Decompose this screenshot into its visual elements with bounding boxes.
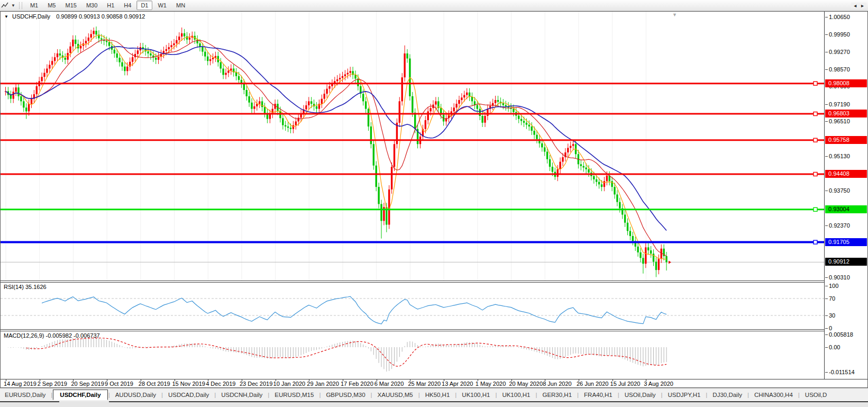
tab-usoil-d[interactable]: USOil,D [800,390,832,400]
tab-eurusd-daily[interactable]: EURUSD,Daily [0,390,50,400]
date-tick-label: 29 Jan 2020 [307,381,339,387]
chart-tabs: EURUSD,Daily|USDCHF,Daily|AUDUSD,Daily|U… [0,388,868,401]
price-tick-label: 0.96510 [829,117,850,125]
date-axis: 14 Aug 20192 Sep 201920 Sep 20199 Oct 20… [1,379,867,387]
price-axis: 1.006500.999500.992700.985700.978900.971… [824,12,867,379]
tab-usdjpy-h1[interactable]: USDJPY,H1 [663,390,706,400]
chart-window: ▼ USDCHF,Daily 0.90899 0.90913 0.90858 0… [0,11,868,388]
price-tick-mark [825,69,828,70]
price-tick-label: 0.93750 [829,187,850,194]
tab-divider: | [418,392,420,398]
tab-divider: | [214,392,216,398]
date-tick-label: 15 Nov 2019 [172,381,205,387]
symbol-menu-icon[interactable]: ▼ [4,14,8,19]
horizontal-level-0.95758[interactable] [1,138,824,142]
horizontal-level-0.94408[interactable] [1,172,824,176]
date-tick-label: 2 Sep 2019 [38,381,67,387]
tab-uk100-h1[interactable]: UK100,H1 [457,390,495,400]
last-price-marker [669,260,671,264]
main-chart-pane[interactable] [1,12,824,281]
tab-usdcad-daily[interactable]: USDCAD,Daily [163,390,214,400]
tab-ger30-h1[interactable]: GER30,H1 [537,390,577,400]
timeframe-mn[interactable]: MN [172,1,189,10]
horizontal-level-0.98008[interactable] [1,82,824,85]
macd-axis-label: -0.011514 [829,368,855,376]
tab-divider: | [577,392,579,398]
price-tick-mark [825,17,828,17]
rsi-pane[interactable] [1,283,824,329]
date-tick-label: 28 Oct 2019 [139,381,170,387]
tab-divider: | [798,392,800,398]
rsi-line [42,296,666,324]
rsi-tick-mark [825,328,828,329]
tab-dj30-daily[interactable]: DJ30,Daily [708,390,747,400]
tab-divider: | [455,392,456,398]
bottom-scrollbar[interactable] [0,401,868,407]
level-price-badge: 0.91705 [825,238,867,246]
tab-usdchf-daily[interactable]: USDCHF,Daily [53,390,107,400]
line-studies-icon[interactable] [0,1,10,10]
date-tick-label: 3 Aug 2020 [644,381,673,387]
tab-divider: | [319,392,321,398]
timeframe-toolbar: ▼ M1M5M15M30H1H4D1W1MN [0,0,868,11]
rsi-axis-label: 30 [829,312,835,319]
date-tick-label: 20 Sep 2019 [71,381,104,387]
tab-eurusd-m15[interactable]: EURUSD,M15 [270,390,318,400]
tab-divider: | [371,392,372,398]
macd-axis-label: 0.005818 [829,331,853,338]
timeframe-w1[interactable]: W1 [153,1,171,10]
tab-audusd-daily[interactable]: AUDUSD,Daily [111,390,161,400]
macd-indicator-label: MACD(12,26,9) -0.005982 -0.006737 [4,332,100,339]
rsi-axis-label: 70 [829,295,835,302]
horizontal-level-0.91705[interactable] [1,240,824,244]
timeframe-m5[interactable]: M5 [43,1,60,10]
tab-usoil-daily[interactable]: USOil,Daily [620,390,661,400]
price-tick-label: 0.90310 [829,274,850,281]
toolbar-grip[interactable] [19,2,22,9]
symbol-timeframe-label: USDCHF,Daily [12,13,50,20]
date-tick-label: 8 Jun 2020 [543,381,571,387]
date-tick-label: 9 Oct 2019 [105,381,133,387]
timeframe-h4[interactable]: H4 [120,1,135,10]
timeframe-m30[interactable]: M30 [82,1,102,10]
date-tick-label: 15 Jul 2020 [610,381,641,387]
price-tick-label: 0.98570 [829,66,850,73]
timeframe-m15[interactable]: M15 [61,1,80,10]
price-tick-label: 0.92370 [829,222,850,229]
price-tick-mark [825,156,828,157]
tab-china300-h4[interactable]: CHINA300,H4 [750,390,798,400]
horizontal-level-0.93004[interactable] [1,207,824,211]
moving-average-26 [6,47,667,230]
tab-divider: | [268,392,269,398]
timeframe-m1[interactable]: M1 [26,1,42,10]
dropdown-caret-icon[interactable]: ▼ [10,3,17,8]
date-tick-label: 23 Dec 2019 [240,381,272,387]
tab-scroll-left-icon[interactable]: ◂ [854,3,856,8]
tab-gbpusd-m30[interactable]: GBPUSD,M30 [321,390,370,400]
price-tick-label: 0.99270 [829,48,850,56]
timeframe-d1[interactable]: D1 [136,1,152,10]
chart-shift-marker[interactable]: ▼ [672,12,677,17]
price-tick-mark [825,121,828,122]
price-tick-mark [825,225,828,226]
tab-hk50-h1[interactable]: HK50,H1 [421,390,455,400]
tab-uk100-h1[interactable]: UK100,H1 [497,390,535,400]
date-tick-label: 1 May 2020 [476,381,506,387]
level-price-badge: 0.95758 [825,136,867,144]
date-tick-label: 25 Mar 2020 [408,381,441,387]
tab-divider: | [747,392,749,398]
macd-tick-mark [825,334,828,335]
rsi-tick-mark [825,286,828,286]
tab-scroll-right-icon[interactable]: ▸ [861,3,864,8]
timeframe-h1[interactable]: H1 [103,1,118,10]
macd-pane[interactable] [1,331,824,379]
tab-divider: | [161,392,163,398]
date-tick-label: 20 May 2020 [509,381,543,387]
tab-divider: | [108,392,110,398]
tab-usdcnh-daily[interactable]: USDCNH,Daily [216,390,267,400]
tab-divider: | [706,392,707,398]
rsi-tick-mark [825,299,828,299]
tab-fra40-h1[interactable]: FRA40,H1 [579,390,617,400]
tab-xauusd-m5[interactable]: XAUUSD,M5 [373,390,418,400]
price-tick-mark [825,191,828,191]
